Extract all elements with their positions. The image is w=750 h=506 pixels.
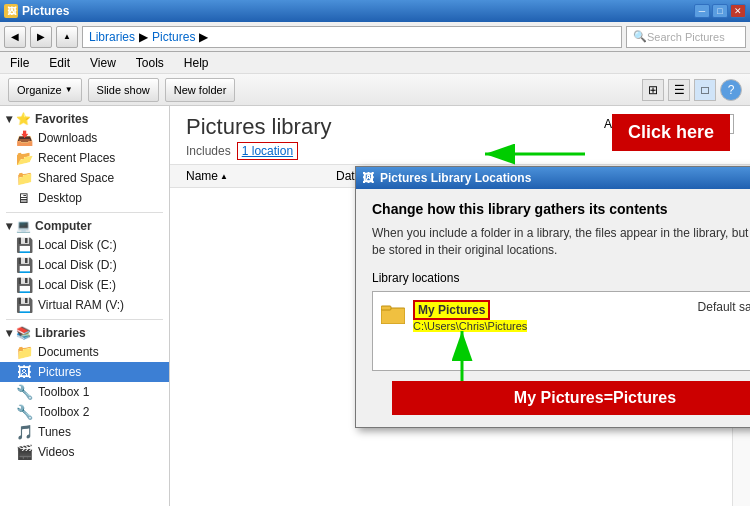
maximize-button[interactable]: □ bbox=[712, 4, 728, 18]
bottom-annotation-area: My Pictures=Pictures bbox=[372, 381, 750, 415]
sidebar-divider-1 bbox=[6, 212, 163, 213]
slideshow-label: Slide show bbox=[97, 84, 150, 96]
desktop-label: Desktop bbox=[38, 191, 82, 205]
close-button[interactable]: ✕ bbox=[730, 4, 746, 18]
toolbar: Organize ▼ Slide show New folder ⊞ ☰ □ ? bbox=[0, 74, 750, 106]
location-link[interactable]: 1 location bbox=[237, 142, 298, 160]
favorites-arrow-icon: ▾ bbox=[6, 112, 12, 126]
tunes-label: Tunes bbox=[38, 425, 71, 439]
organize-label: Organize bbox=[17, 84, 62, 96]
col-name-label: Name bbox=[186, 169, 218, 183]
computer-section: ▾ 💻 Computer 💾 Local Disk (C:) 💾 Local D… bbox=[0, 217, 169, 315]
sidebar-item-pictures[interactable]: 🖼 Pictures bbox=[0, 362, 169, 382]
forward-button[interactable]: ▶ bbox=[30, 26, 52, 48]
favorites-header[interactable]: ▾ ⭐ Favorites bbox=[0, 110, 169, 128]
computer-icon: 💻 bbox=[16, 219, 31, 233]
computer-label: Computer bbox=[35, 219, 92, 233]
location-folder-icon bbox=[381, 302, 405, 326]
favorites-label: Favorites bbox=[35, 112, 88, 126]
sidebar-item-toolbox2[interactable]: 🔧 Toolbox 2 bbox=[0, 402, 169, 422]
view-details-button[interactable]: ☰ bbox=[668, 79, 690, 101]
location-name: My Pictures bbox=[413, 300, 490, 320]
sidebar-item-virtual-ram[interactable]: 💾 Virtual RAM (V:) bbox=[0, 295, 169, 315]
pictures-label: Pictures bbox=[38, 365, 81, 379]
back-button[interactable]: ◀ bbox=[4, 26, 26, 48]
dialog-heading: Change how this library gathers its cont… bbox=[372, 201, 750, 217]
search-placeholder: Search Pictures bbox=[647, 31, 725, 43]
default-save-label: Default save location bbox=[698, 300, 750, 314]
breadcrumb-libraries[interactable]: Libraries bbox=[89, 30, 135, 44]
new-folder-button[interactable]: New folder bbox=[165, 78, 236, 102]
menu-edit[interactable]: Edit bbox=[45, 54, 74, 72]
organize-button[interactable]: Organize ▼ bbox=[8, 78, 82, 102]
help-button[interactable]: ? bbox=[720, 79, 742, 101]
virtual-ram-icon: 💾 bbox=[16, 297, 32, 313]
menu-tools[interactable]: Tools bbox=[132, 54, 168, 72]
dialog-title-text: Pictures Library Locations bbox=[380, 171, 531, 185]
dialog-icon: 🖼 bbox=[362, 171, 374, 185]
local-disk-c-label: Local Disk (C:) bbox=[38, 238, 117, 252]
dialog-title: 🖼 Pictures Library Locations bbox=[362, 171, 531, 185]
sidebar-item-shared-space[interactable]: 📁 Shared Space bbox=[0, 168, 169, 188]
local-disk-d-icon: 💾 bbox=[16, 257, 32, 273]
documents-icon: 📁 bbox=[16, 344, 32, 360]
click-here-box: Click here bbox=[612, 114, 730, 151]
documents-label: Documents bbox=[38, 345, 99, 359]
view-preview-button[interactable]: □ bbox=[694, 79, 716, 101]
sidebar-item-local-d[interactable]: 💾 Local Disk (D:) bbox=[0, 255, 169, 275]
downloads-icon: 📥 bbox=[16, 130, 32, 146]
minimize-button[interactable]: ─ bbox=[694, 4, 710, 18]
sidebar-item-toolbox1[interactable]: 🔧 Toolbox 1 bbox=[0, 382, 169, 402]
sidebar-item-local-c[interactable]: 💾 Local Disk (C:) bbox=[0, 235, 169, 255]
local-disk-c-icon: 💾 bbox=[16, 237, 32, 253]
libraries-icon: 📚 bbox=[16, 326, 31, 340]
up-button[interactable]: ▲ bbox=[56, 26, 78, 48]
dialog-content: Change how this library gathers its cont… bbox=[356, 189, 750, 427]
breadcrumb-pictures[interactable]: Pictures bbox=[152, 30, 195, 44]
location-row: My Pictures C:\Users\Chris\Pictures Defa… bbox=[381, 300, 750, 332]
title-bar-controls: ─ □ ✕ bbox=[694, 4, 746, 18]
computer-header[interactable]: ▾ 💻 Computer bbox=[0, 217, 169, 235]
libraries-header[interactable]: ▾ 📚 Libraries bbox=[0, 324, 169, 342]
sidebar-item-desktop[interactable]: 🖥 Desktop bbox=[0, 188, 169, 208]
locations-box: My Pictures C:\Users\Chris\Pictures Defa… bbox=[372, 291, 750, 371]
desktop-icon: 🖥 bbox=[16, 190, 32, 206]
dialog-description: When you include a folder in a library, … bbox=[372, 225, 750, 259]
videos-label: Videos bbox=[38, 445, 74, 459]
local-disk-d-label: Local Disk (D:) bbox=[38, 258, 117, 272]
location-name-box: My Pictures bbox=[413, 300, 690, 320]
view-toggle-button[interactable]: ⊞ bbox=[642, 79, 664, 101]
toolbox2-icon: 🔧 bbox=[16, 404, 32, 420]
menu-file[interactable]: File bbox=[6, 54, 33, 72]
computer-arrow-icon: ▾ bbox=[6, 219, 12, 233]
breadcrumb-bar[interactable]: Libraries ▶ Pictures ▶ bbox=[82, 26, 622, 48]
search-box[interactable]: 🔍 Search Pictures bbox=[626, 26, 746, 48]
recent-places-label: Recent Places bbox=[38, 151, 115, 165]
favorites-icon: ⭐ bbox=[16, 112, 31, 126]
favorites-section: ▾ ⭐ Favorites 📥 Downloads 📂 Recent Place… bbox=[0, 110, 169, 208]
dialog: 🖼 Pictures Library Locations ✕ Change ho… bbox=[355, 166, 750, 428]
menu-view[interactable]: View bbox=[86, 54, 120, 72]
menu-help[interactable]: Help bbox=[180, 54, 213, 72]
content-area: Pictures library Includes 1 location Arr… bbox=[170, 106, 750, 506]
click-here-annotation: Click here bbox=[612, 114, 730, 151]
bottom-arrow-svg bbox=[452, 326, 532, 386]
bottom-annotation-box: My Pictures=Pictures bbox=[392, 381, 750, 415]
slideshow-button[interactable]: Slide show bbox=[88, 78, 159, 102]
sidebar-item-tunes[interactable]: 🎵 Tunes bbox=[0, 422, 169, 442]
click-here-text: Click here bbox=[628, 122, 714, 142]
local-disk-e-label: Local Disk (E:) bbox=[38, 278, 116, 292]
svg-rect-3 bbox=[381, 306, 391, 310]
col-name-header[interactable]: Name ▲ bbox=[186, 167, 336, 185]
sidebar-item-documents[interactable]: 📁 Documents bbox=[0, 342, 169, 362]
toolbar-right: ⊞ ☰ □ ? bbox=[642, 79, 742, 101]
libraries-section: ▾ 📚 Libraries 📁 Documents 🖼 Pictures 🔧 T… bbox=[0, 324, 169, 462]
col-name-sort-icon: ▲ bbox=[220, 172, 228, 181]
search-icon: 🔍 bbox=[633, 30, 647, 43]
virtual-ram-label: Virtual RAM (V:) bbox=[38, 298, 124, 312]
sidebar-item-recent-places[interactable]: 📂 Recent Places bbox=[0, 148, 169, 168]
sidebar: ▾ ⭐ Favorites 📥 Downloads 📂 Recent Place… bbox=[0, 106, 170, 506]
sidebar-item-local-e[interactable]: 💾 Local Disk (E:) bbox=[0, 275, 169, 295]
sidebar-item-videos[interactable]: 🎬 Videos bbox=[0, 442, 169, 462]
sidebar-item-downloads[interactable]: 📥 Downloads bbox=[0, 128, 169, 148]
